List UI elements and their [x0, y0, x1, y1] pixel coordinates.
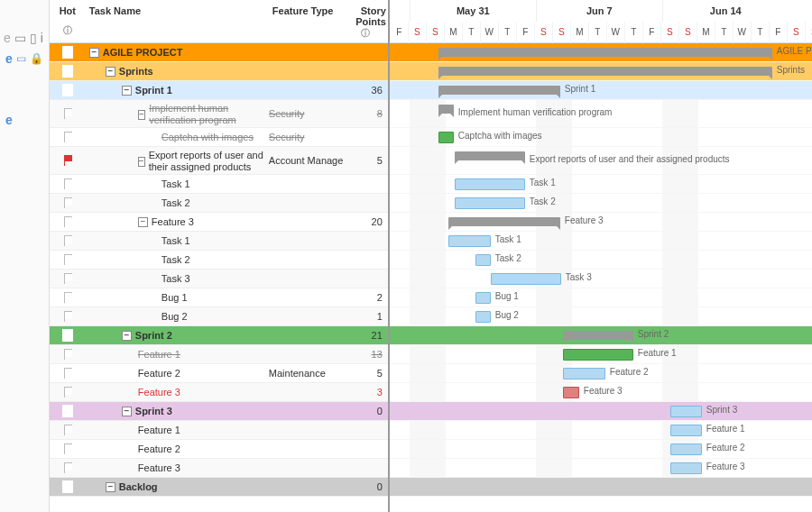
- task-row[interactable]: Feature 1: [50, 421, 388, 440]
- gantt-bar[interactable]: [438, 67, 772, 76]
- flag-icon[interactable]: [62, 253, 73, 266]
- lock-icon[interactable]: 🔒: [30, 52, 43, 65]
- gantt-bar[interactable]: [455, 151, 525, 160]
- collapse-toggle[interactable]: [122, 86, 132, 96]
- gantt-bar[interactable]: [438, 132, 454, 143]
- col-points-label[interactable]: Story Points: [345, 5, 386, 27]
- flag-icon[interactable]: [62, 272, 73, 285]
- col-feature-label[interactable]: Feature Type: [272, 5, 334, 16]
- task-name: Sprint 3: [135, 406, 172, 416]
- col-hot-label[interactable]: Hot: [60, 5, 76, 16]
- chat2-icon[interactable]: ▯: [30, 31, 37, 45]
- gantt-bar[interactable]: [670, 462, 702, 474]
- gantt-bar[interactable]: [475, 254, 491, 266]
- gantt-bar[interactable]: [438, 86, 560, 95]
- chat-icon[interactable]: ▭: [16, 52, 26, 65]
- e-icon[interactable]: e: [4, 31, 11, 45]
- gantt-bar[interactable]: [475, 311, 491, 323]
- flag-icon[interactable]: [62, 443, 73, 455]
- gantt-bar[interactable]: [563, 331, 633, 340]
- gantt-bar[interactable]: [563, 387, 579, 398]
- flag-icon[interactable]: [62, 291, 73, 304]
- collapse-toggle[interactable]: [138, 157, 145, 167]
- gantt-label: Feature 2: [610, 367, 649, 377]
- gantt-label: Captcha with images: [458, 131, 542, 141]
- flag-icon[interactable]: [62, 178, 73, 190]
- task-row[interactable]: Bug 12: [50, 288, 388, 307]
- info-icon[interactable]: i: [41, 31, 43, 45]
- collapse-toggle[interactable]: [106, 482, 115, 492]
- gantt-bar[interactable]: [438, 48, 772, 57]
- task-row[interactable]: Feature 3: [50, 459, 388, 478]
- flag-icon[interactable]: [62, 367, 73, 379]
- task-row[interactable]: Sprint 30: [50, 402, 388, 421]
- gantt-bar[interactable]: [448, 217, 560, 226]
- gantt-bar[interactable]: [475, 292, 491, 304]
- task-row[interactable]: Task 2: [50, 194, 388, 213]
- gantt-bar[interactable]: [563, 368, 605, 379]
- gantt-bar[interactable]: [670, 425, 702, 436]
- task-row[interactable]: Task 2: [50, 251, 388, 270]
- gantt-bar[interactable]: [491, 273, 561, 285]
- gantt-bar[interactable]: [670, 406, 702, 417]
- flag-icon[interactable]: [62, 480, 73, 493]
- flag-icon[interactable]: [62, 424, 73, 436]
- flag-icon[interactable]: [62, 154, 73, 167]
- task-row[interactable]: Task 3: [50, 270, 388, 288]
- flag-icon[interactable]: [62, 386, 73, 398]
- task-row[interactable]: Sprint 136: [50, 81, 388, 100]
- flag-icon[interactable]: [62, 405, 73, 417]
- task-row[interactable]: Task 1: [50, 175, 388, 194]
- task-row[interactable]: Bug 21: [50, 307, 388, 326]
- task-row[interactable]: Feature 2: [50, 440, 388, 459]
- flag-icon[interactable]: [62, 234, 73, 247]
- task-row[interactable]: Sprints: [50, 62, 388, 81]
- task-row[interactable]: Captcha with imagesSecurity: [50, 128, 388, 147]
- collapse-toggle[interactable]: [122, 407, 132, 416]
- flag-icon[interactable]: [62, 462, 73, 474]
- flag-icon[interactable]: [62, 197, 73, 209]
- flag-icon[interactable]: [62, 107, 73, 120]
- e-icon[interactable]: e: [5, 113, 13, 127]
- flag-icon[interactable]: [62, 215, 73, 228]
- collapse-toggle[interactable]: [106, 67, 115, 77]
- info-icon[interactable]: ⓘ: [361, 27, 370, 40]
- gantt-row: Sprints: [390, 62, 812, 81]
- task-row[interactable]: Backlog0: [50, 478, 388, 497]
- gantt-bar[interactable]: [670, 443, 702, 455]
- collapse-toggle[interactable]: [122, 331, 132, 341]
- chat-icon[interactable]: ▭: [14, 31, 26, 45]
- gantt-bar[interactable]: [455, 197, 525, 209]
- collapse-toggle[interactable]: [138, 110, 145, 120]
- day-label: S: [805, 22, 812, 43]
- gantt-bar[interactable]: [448, 235, 491, 247]
- task-row[interactable]: Implement human verification programSecu…: [50, 100, 388, 128]
- task-row[interactable]: Feature 320: [50, 213, 388, 232]
- info-icon[interactable]: ⓘ: [63, 24, 72, 37]
- gantt-row: Feature 2: [390, 440, 812, 459]
- task-row[interactable]: Task 1: [50, 232, 388, 251]
- task-row[interactable]: Export reports of user and their assigne…: [50, 147, 388, 175]
- task-row[interactable]: Sprint 221: [50, 326, 388, 345]
- task-row[interactable]: Feature 2Maintenance5: [50, 364, 388, 383]
- flag-icon[interactable]: [62, 46, 73, 59]
- task-row[interactable]: AGILE PROJECT: [50, 43, 388, 62]
- flag-icon[interactable]: [62, 131, 73, 143]
- collapse-toggle[interactable]: [89, 48, 99, 58]
- e-icon[interactable]: e: [5, 51, 13, 66]
- flag-icon[interactable]: [62, 84, 73, 96]
- task-row[interactable]: Feature 33: [50, 383, 388, 402]
- task-row[interactable]: Feature 113: [50, 345, 388, 364]
- flag-icon[interactable]: [62, 310, 73, 323]
- task-name: AGILE PROJECT: [103, 47, 183, 58]
- day-label: M: [697, 22, 715, 43]
- gantt-bar[interactable]: [438, 105, 454, 114]
- gantt-bar[interactable]: [563, 349, 633, 361]
- col-task-label[interactable]: Task Name: [89, 5, 141, 16]
- flag-icon[interactable]: [62, 65, 73, 78]
- flag-icon[interactable]: [62, 329, 73, 342]
- flag-icon[interactable]: [62, 348, 73, 361]
- collapse-toggle[interactable]: [138, 217, 148, 227]
- gantt-row: Sprint 3: [390, 402, 812, 421]
- gantt-bar[interactable]: [455, 178, 525, 190]
